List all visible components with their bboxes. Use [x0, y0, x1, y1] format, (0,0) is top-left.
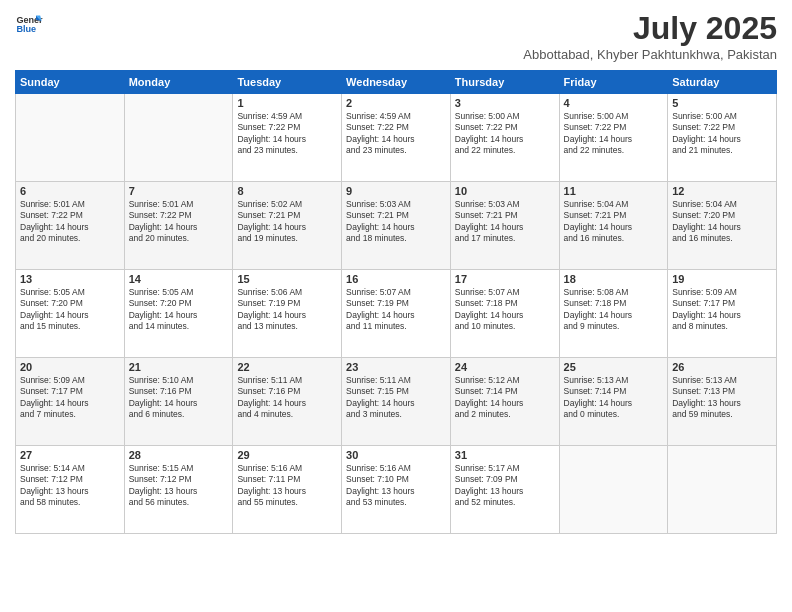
cell-info: Sunrise: 5:00 AM Sunset: 7:22 PM Dayligh…	[564, 111, 664, 157]
page: General Blue July 2025 Abbottabad, Khybe…	[0, 0, 792, 612]
calendar-cell: 28Sunrise: 5:15 AM Sunset: 7:12 PM Dayli…	[124, 446, 233, 534]
calendar-cell: 7Sunrise: 5:01 AM Sunset: 7:22 PM Daylig…	[124, 182, 233, 270]
calendar-cell: 26Sunrise: 5:13 AM Sunset: 7:13 PM Dayli…	[668, 358, 777, 446]
calendar-cell: 31Sunrise: 5:17 AM Sunset: 7:09 PM Dayli…	[450, 446, 559, 534]
cell-info: Sunrise: 5:00 AM Sunset: 7:22 PM Dayligh…	[672, 111, 772, 157]
cell-info: Sunrise: 5:07 AM Sunset: 7:19 PM Dayligh…	[346, 287, 446, 333]
calendar-cell: 20Sunrise: 5:09 AM Sunset: 7:17 PM Dayli…	[16, 358, 125, 446]
calendar-cell: 30Sunrise: 5:16 AM Sunset: 7:10 PM Dayli…	[342, 446, 451, 534]
calendar-cell: 14Sunrise: 5:05 AM Sunset: 7:20 PM Dayli…	[124, 270, 233, 358]
cell-info: Sunrise: 5:12 AM Sunset: 7:14 PM Dayligh…	[455, 375, 555, 421]
day-number: 22	[237, 361, 337, 373]
cell-info: Sunrise: 5:09 AM Sunset: 7:17 PM Dayligh…	[672, 287, 772, 333]
day-number: 8	[237, 185, 337, 197]
title-block: July 2025 Abbottabad, Khyber Pakhtunkhwa…	[523, 10, 777, 62]
logo: General Blue	[15, 10, 43, 38]
cell-info: Sunrise: 5:01 AM Sunset: 7:22 PM Dayligh…	[129, 199, 229, 245]
calendar-cell: 2Sunrise: 4:59 AM Sunset: 7:22 PM Daylig…	[342, 94, 451, 182]
header-row: SundayMondayTuesdayWednesdayThursdayFrid…	[16, 71, 777, 94]
day-number: 18	[564, 273, 664, 285]
day-number: 28	[129, 449, 229, 461]
cell-info: Sunrise: 5:03 AM Sunset: 7:21 PM Dayligh…	[346, 199, 446, 245]
calendar-cell: 15Sunrise: 5:06 AM Sunset: 7:19 PM Dayli…	[233, 270, 342, 358]
week-row-5: 27Sunrise: 5:14 AM Sunset: 7:12 PM Dayli…	[16, 446, 777, 534]
day-number: 24	[455, 361, 555, 373]
cell-info: Sunrise: 5:06 AM Sunset: 7:19 PM Dayligh…	[237, 287, 337, 333]
day-number: 6	[20, 185, 120, 197]
cell-info: Sunrise: 5:09 AM Sunset: 7:17 PM Dayligh…	[20, 375, 120, 421]
day-number: 16	[346, 273, 446, 285]
calendar-cell: 18Sunrise: 5:08 AM Sunset: 7:18 PM Dayli…	[559, 270, 668, 358]
calendar-cell: 29Sunrise: 5:16 AM Sunset: 7:11 PM Dayli…	[233, 446, 342, 534]
day-number: 11	[564, 185, 664, 197]
day-number: 25	[564, 361, 664, 373]
cell-info: Sunrise: 5:14 AM Sunset: 7:12 PM Dayligh…	[20, 463, 120, 509]
day-number: 10	[455, 185, 555, 197]
day-number: 19	[672, 273, 772, 285]
calendar-cell	[124, 94, 233, 182]
cell-info: Sunrise: 4:59 AM Sunset: 7:22 PM Dayligh…	[237, 111, 337, 157]
day-number: 13	[20, 273, 120, 285]
cell-info: Sunrise: 5:15 AM Sunset: 7:12 PM Dayligh…	[129, 463, 229, 509]
cell-info: Sunrise: 5:05 AM Sunset: 7:20 PM Dayligh…	[129, 287, 229, 333]
day-number: 17	[455, 273, 555, 285]
cell-info: Sunrise: 5:00 AM Sunset: 7:22 PM Dayligh…	[455, 111, 555, 157]
cell-info: Sunrise: 5:02 AM Sunset: 7:21 PM Dayligh…	[237, 199, 337, 245]
cell-info: Sunrise: 5:07 AM Sunset: 7:18 PM Dayligh…	[455, 287, 555, 333]
header-day-monday: Monday	[124, 71, 233, 94]
header-day-saturday: Saturday	[668, 71, 777, 94]
calendar-cell: 27Sunrise: 5:14 AM Sunset: 7:12 PM Dayli…	[16, 446, 125, 534]
calendar-cell: 16Sunrise: 5:07 AM Sunset: 7:19 PM Dayli…	[342, 270, 451, 358]
cell-info: Sunrise: 5:13 AM Sunset: 7:13 PM Dayligh…	[672, 375, 772, 421]
cell-info: Sunrise: 5:17 AM Sunset: 7:09 PM Dayligh…	[455, 463, 555, 509]
day-number: 14	[129, 273, 229, 285]
day-number: 2	[346, 97, 446, 109]
day-number: 29	[237, 449, 337, 461]
header-day-sunday: Sunday	[16, 71, 125, 94]
calendar-cell	[668, 446, 777, 534]
calendar-cell: 9Sunrise: 5:03 AM Sunset: 7:21 PM Daylig…	[342, 182, 451, 270]
cell-info: Sunrise: 5:05 AM Sunset: 7:20 PM Dayligh…	[20, 287, 120, 333]
calendar-cell: 6Sunrise: 5:01 AM Sunset: 7:22 PM Daylig…	[16, 182, 125, 270]
day-number: 15	[237, 273, 337, 285]
week-row-2: 6Sunrise: 5:01 AM Sunset: 7:22 PM Daylig…	[16, 182, 777, 270]
calendar-cell	[16, 94, 125, 182]
day-number: 31	[455, 449, 555, 461]
cell-info: Sunrise: 5:16 AM Sunset: 7:10 PM Dayligh…	[346, 463, 446, 509]
day-number: 20	[20, 361, 120, 373]
day-number: 26	[672, 361, 772, 373]
month-title: July 2025	[523, 10, 777, 47]
cell-info: Sunrise: 5:13 AM Sunset: 7:14 PM Dayligh…	[564, 375, 664, 421]
calendar-cell: 19Sunrise: 5:09 AM Sunset: 7:17 PM Dayli…	[668, 270, 777, 358]
day-number: 5	[672, 97, 772, 109]
week-row-3: 13Sunrise: 5:05 AM Sunset: 7:20 PM Dayli…	[16, 270, 777, 358]
calendar-cell: 25Sunrise: 5:13 AM Sunset: 7:14 PM Dayli…	[559, 358, 668, 446]
day-number: 23	[346, 361, 446, 373]
calendar-cell: 10Sunrise: 5:03 AM Sunset: 7:21 PM Dayli…	[450, 182, 559, 270]
header-day-wednesday: Wednesday	[342, 71, 451, 94]
calendar-cell: 13Sunrise: 5:05 AM Sunset: 7:20 PM Dayli…	[16, 270, 125, 358]
cell-info: Sunrise: 5:04 AM Sunset: 7:20 PM Dayligh…	[672, 199, 772, 245]
calendar-cell: 22Sunrise: 5:11 AM Sunset: 7:16 PM Dayli…	[233, 358, 342, 446]
header-day-thursday: Thursday	[450, 71, 559, 94]
calendar-cell: 1Sunrise: 4:59 AM Sunset: 7:22 PM Daylig…	[233, 94, 342, 182]
cell-info: Sunrise: 4:59 AM Sunset: 7:22 PM Dayligh…	[346, 111, 446, 157]
cell-info: Sunrise: 5:10 AM Sunset: 7:16 PM Dayligh…	[129, 375, 229, 421]
week-row-1: 1Sunrise: 4:59 AM Sunset: 7:22 PM Daylig…	[16, 94, 777, 182]
day-number: 3	[455, 97, 555, 109]
header-day-friday: Friday	[559, 71, 668, 94]
calendar-cell: 24Sunrise: 5:12 AM Sunset: 7:14 PM Dayli…	[450, 358, 559, 446]
week-row-4: 20Sunrise: 5:09 AM Sunset: 7:17 PM Dayli…	[16, 358, 777, 446]
cell-info: Sunrise: 5:04 AM Sunset: 7:21 PM Dayligh…	[564, 199, 664, 245]
cell-info: Sunrise: 5:03 AM Sunset: 7:21 PM Dayligh…	[455, 199, 555, 245]
cell-info: Sunrise: 5:08 AM Sunset: 7:18 PM Dayligh…	[564, 287, 664, 333]
calendar-cell: 3Sunrise: 5:00 AM Sunset: 7:22 PM Daylig…	[450, 94, 559, 182]
day-number: 21	[129, 361, 229, 373]
location: Abbottabad, Khyber Pakhtunkhwa, Pakistan	[523, 47, 777, 62]
day-number: 7	[129, 185, 229, 197]
day-number: 4	[564, 97, 664, 109]
day-number: 1	[237, 97, 337, 109]
calendar-cell: 12Sunrise: 5:04 AM Sunset: 7:20 PM Dayli…	[668, 182, 777, 270]
day-number: 30	[346, 449, 446, 461]
day-number: 9	[346, 185, 446, 197]
